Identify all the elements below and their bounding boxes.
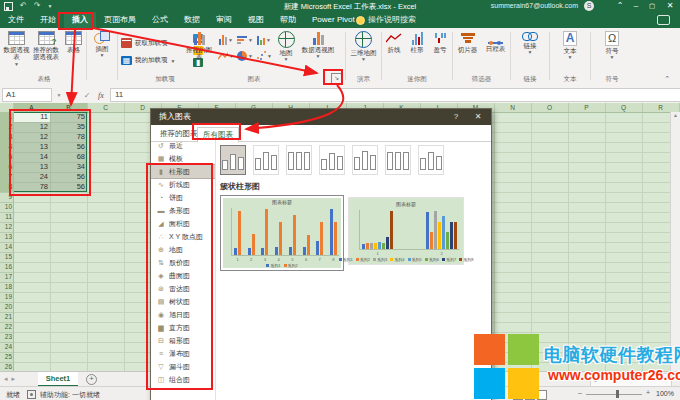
chart-type-item[interactable]: ▤树状图 <box>151 295 215 308</box>
insert-pie-chart-icon[interactable]: ▼ <box>237 49 253 62</box>
chart-preview-clustered[interactable]: 图表标题 12345678 系列1系列2 <box>220 195 344 271</box>
ribbon-display-options-icon[interactable]: ⌃ <box>614 1 626 11</box>
3d-map-button[interactable]: 三维地图▼ <box>349 31 378 61</box>
column-header-B[interactable]: B <box>50 103 88 113</box>
sheet-nav-arrows[interactable]: ◂▸ <box>4 375 19 383</box>
ribbon-tab-review[interactable]: 审阅 <box>208 12 240 28</box>
cell-B4[interactable]: 56 <box>50 142 85 152</box>
chart-type-item[interactable]: ◔饼图 <box>151 191 215 204</box>
cell-B7[interactable]: 56 <box>50 172 85 182</box>
insert-function-icon[interactable]: fx <box>94 91 108 100</box>
sheet-tab-sheet1[interactable]: Sheet1 <box>38 372 78 387</box>
column-header-Q[interactable]: Q <box>605 103 643 112</box>
chart-type-item[interactable]: ↺最近 <box>151 139 215 152</box>
save-icon[interactable] <box>4 2 13 11</box>
insert-waterfall-chart-icon[interactable]: ▼ <box>256 33 272 46</box>
ribbon-tab-file[interactable]: 文件 <box>0 12 32 28</box>
column-header-P[interactable]: P <box>568 103 606 112</box>
ribbon-tab-page-layout[interactable]: 页面布局 <box>96 12 144 28</box>
confirm-entry-icon[interactable]: ✓ <box>80 91 94 100</box>
table-button[interactable]: 表格 <box>62 31 85 53</box>
chart-type-item[interactable]: ◉旭日图 <box>151 308 215 321</box>
name-box-dropdown-icon[interactable]: ▼ <box>52 92 66 98</box>
new-sheet-icon[interactable]: + <box>86 374 97 385</box>
chart-type-item[interactable]: ⇅股价图 <box>151 256 215 269</box>
symbols-button[interactable]: Ω 符号▼ <box>599 31 625 59</box>
column-subtype-thumb-1[interactable] <box>220 145 246 175</box>
cell-A6[interactable]: 13 <box>13 162 48 172</box>
slicer-button[interactable]: 切片器 <box>454 31 481 53</box>
insert-hierarchy-chart-icon[interactable]: ▼ <box>237 33 253 46</box>
recommended-charts-button[interactable]: 推荐的图表 <box>183 31 215 61</box>
recommended-pivottables-button[interactable]: 推荐的数据透视表 <box>31 31 61 61</box>
pivottable-button[interactable]: 数据透视表▼ <box>3 31 30 66</box>
chart-type-item[interactable]: ≡瀑布图 <box>151 347 215 360</box>
cell-A2[interactable]: 12 <box>13 122 48 132</box>
insert-column-chart-icon[interactable]: ▼ <box>218 33 234 46</box>
cell-B6[interactable]: 34 <box>50 162 85 172</box>
chart-type-item[interactable]: ∴X Y 散点图 <box>151 230 215 243</box>
column-subtype-thumb-2[interactable] <box>253 145 279 175</box>
sparkline-winloss-button[interactable]: 盈亏 <box>429 31 451 53</box>
chart-type-item[interactable]: ⊟箱形图 <box>151 334 215 347</box>
cell-A8[interactable]: 78 <box>13 182 48 192</box>
column-header-O[interactable]: O <box>531 103 569 112</box>
ribbon-tab-insert[interactable]: 插入 <box>64 12 96 28</box>
maximize-icon[interactable]: ▢ <box>646 1 658 11</box>
column-subtype-thumb-4[interactable] <box>319 145 345 175</box>
dialog-help-icon[interactable]: ? <box>445 109 467 125</box>
qat-dropdown-icon[interactable]: ▼ <box>47 1 52 11</box>
avatar[interactable]: S <box>584 1 594 11</box>
undo-icon[interactable]: ↶ <box>20 1 27 11</box>
illustrations-button[interactable]: 插图▼ <box>89 31 115 57</box>
pivotchart-button[interactable]: 数据透视图▼ <box>300 31 336 58</box>
sparkline-column-button[interactable]: 柱形 <box>406 31 428 53</box>
get-addins-button[interactable]: 获取加载项 <box>121 38 168 48</box>
minimize-icon[interactable]: – <box>630 1 642 11</box>
chart-type-item[interactable]: ▬条形图 <box>151 204 215 217</box>
comment-icon[interactable] <box>657 15 670 25</box>
chart-type-item[interactable]: ▦模板 <box>151 152 215 165</box>
cell-A1[interactable]: 11 <box>13 112 48 122</box>
insert-scatter-chart-icon[interactable]: ▼ <box>256 49 272 62</box>
maps-button[interactable]: 地图▼ <box>274 31 298 61</box>
cell-B5[interactable]: 68 <box>50 152 85 162</box>
column-subtype-thumb-3[interactable] <box>286 145 312 175</box>
tell-me-search[interactable]: 操作说明搜索 <box>346 12 416 28</box>
column-header-N[interactable]: N <box>494 103 532 112</box>
column-subtype-thumb-5[interactable] <box>352 145 378 175</box>
redo-icon[interactable]: ↷ <box>34 1 41 11</box>
chart-type-item[interactable]: ⊛雷达图 <box>151 282 215 295</box>
link-button[interactable]: 链接▼ <box>516 31 544 54</box>
ribbon-tab-view[interactable]: 视图 <box>240 12 272 28</box>
account-email[interactable]: summerain67@outlook.com <box>491 2 578 9</box>
close-icon[interactable]: ✕ <box>664 1 676 11</box>
cell-A4[interactable]: 13 <box>13 142 48 152</box>
charts-dialog-launcher[interactable]: ↘ <box>331 73 341 83</box>
ribbon-tab-formulas[interactable]: 公式 <box>144 12 176 28</box>
chart-preview-switched[interactable]: 图表标题 12 系列1系列2系列3系列4系列5系列6系列7系列8 <box>348 197 464 265</box>
chart-type-item[interactable]: ◈曲面图 <box>151 269 215 282</box>
cell-B2[interactable]: 35 <box>50 122 85 132</box>
column-header-R[interactable]: R <box>642 103 680 112</box>
chart-type-item[interactable]: ▮柱形图 <box>151 165 215 178</box>
chart-type-item[interactable]: ◫组合图 <box>151 373 215 386</box>
macro-record-icon[interactable] <box>27 390 36 399</box>
timeline-button[interactable]: 日程表 <box>482 31 509 52</box>
cell-B8[interactable]: 56 <box>50 182 85 192</box>
column-subtype-thumb-7[interactable] <box>418 145 444 175</box>
ribbon-tab-home[interactable]: 开始 <box>32 12 64 28</box>
dialog-title-bar[interactable]: 插入图表 <box>151 109 491 125</box>
row-header-26[interactable]: 26 <box>0 362 13 371</box>
text-button[interactable]: A 文本▼ <box>557 31 583 59</box>
column-subtype-thumb-6[interactable] <box>385 145 411 175</box>
cell-A7[interactable]: 24 <box>13 172 48 182</box>
collapse-ribbon-icon[interactable]: ⌃ <box>664 75 670 83</box>
my-addins-button[interactable]: ▦ 我的加载项▼ <box>121 56 175 65</box>
chart-type-item[interactable]: ∿折线图 <box>151 178 215 191</box>
formula-bar-input[interactable]: 11 <box>110 88 680 102</box>
chart-type-item[interactable]: ⊕地图 <box>151 243 215 256</box>
cell-B3[interactable]: 78 <box>50 132 85 142</box>
insert-line-chart-icon[interactable]: ▼ <box>218 49 234 62</box>
chart-type-item[interactable]: ◢面积图 <box>151 217 215 230</box>
